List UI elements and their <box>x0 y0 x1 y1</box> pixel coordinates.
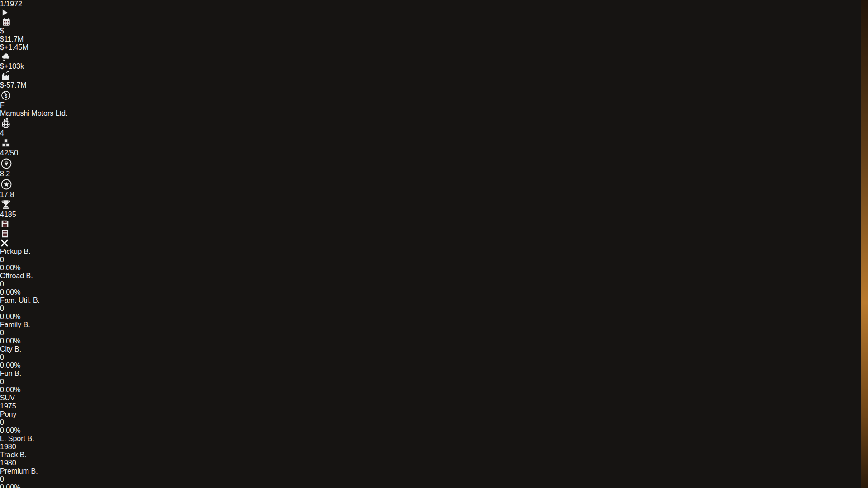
market-type-units: 0 <box>0 418 868 427</box>
market-type-label: Track B. <box>0 451 868 459</box>
market-type-cell[interactable]: Offroad B. 0 0.00% <box>0 272 868 296</box>
funds-dollar-icon: $ <box>0 27 868 35</box>
top-bar: 1/1972 $ $11.7M $+1.45M $+103k $-57.7M <box>0 0 868 248</box>
save-button[interactable] <box>0 219 18 229</box>
market-type-cell[interactable]: Pickup B. 0 0.00% <box>0 248 868 272</box>
reputation-star-icon <box>0 178 868 191</box>
market-type-grid: Pickup B. 0 0.00% Offroad B. 0 0.00% Fam… <box>0 248 868 488</box>
market-type-label: SUV <box>0 394 868 402</box>
prestige-value: 8.2 <box>0 170 868 178</box>
score-value: 4185 <box>0 211 868 219</box>
prestige-icon <box>0 157 868 170</box>
expenses-value: $-57.7M <box>0 81 868 89</box>
market-type-share: 0.00% <box>0 313 868 321</box>
market-type-cell[interactable]: Track B. 1980 <box>0 451 868 467</box>
branches-globe-icon <box>0 117 868 129</box>
close-icon <box>0 239 20 248</box>
market-type-cell[interactable]: SUV 1975 <box>0 394 868 410</box>
market-type-label: Premium B. <box>0 467 868 475</box>
document-icon <box>0 229 18 239</box>
market-type-label: City B. <box>0 345 868 353</box>
market-type-share: 0.00% <box>0 427 868 435</box>
market-type-label: Pony <box>0 410 868 418</box>
calendar-button[interactable] <box>1 17 868 27</box>
market-type-label: Pickup B. <box>0 248 868 256</box>
score-trophy-icon <box>0 199 868 211</box>
market-type-share: 0.00% <box>0 264 868 272</box>
market-type-units: 0 <box>0 305 868 313</box>
factory-expenses-icon <box>0 70 868 81</box>
market-type-units: 0 <box>0 256 868 264</box>
fuel-gauge-icon: $ <box>0 89 868 101</box>
market-type-units: 0 <box>0 475 868 483</box>
company-name: Mamushi Motors Ltd. <box>0 109 868 117</box>
market-type-units: 0 <box>0 378 868 386</box>
background-edge-right <box>861 0 868 488</box>
market-type-share: 0.00% <box>0 337 868 345</box>
reputation-value: 17.8 <box>0 191 868 199</box>
reports-doc-button[interactable] <box>0 229 18 239</box>
market-type-units: 1980 <box>0 443 868 451</box>
market-type-label: L. Sport B. <box>0 435 868 443</box>
market-type-label: Offroad B. <box>0 272 868 280</box>
branches-count: 4 <box>0 129 868 137</box>
market-type-label: Fun B. <box>0 370 868 378</box>
income-value: $+1.45M <box>0 43 868 52</box>
background-edge-bottom <box>0 485 868 488</box>
market-type-share: 0.00% <box>0 386 868 394</box>
market-type-label: Family B. <box>0 321 868 329</box>
production-cubes-icon <box>0 137 868 149</box>
market-type-cell[interactable]: Pony 0 0.00% <box>0 410 868 435</box>
market-type-units: 1975 <box>0 402 868 410</box>
play-button[interactable] <box>0 8 868 17</box>
market-type-share: 0.00% <box>0 361 868 370</box>
market-type-label: Fam. Util. B. <box>0 296 868 305</box>
save-icon <box>0 219 18 229</box>
market-type-units: 0 <box>0 280 868 288</box>
market-type-units: 0 <box>0 353 868 361</box>
market-type-cell[interactable]: Family B. 0 0.00% <box>0 321 868 345</box>
play-icon <box>0 8 868 17</box>
awareness-cloud-icon <box>0 52 868 62</box>
market-type-units: 0 <box>0 329 868 337</box>
market-type-cell[interactable]: L. Sport B. 1980 <box>0 435 868 451</box>
marketing-income-value: $+103k <box>0 62 868 70</box>
market-type-share: 0.00% <box>0 288 868 296</box>
calendar-icon <box>1 17 868 27</box>
market-type-cell[interactable]: Fam. Util. B. 0 0.00% <box>0 296 868 321</box>
game-date: 1/1972 <box>0 0 868 8</box>
market-type-cell[interactable]: City B. 0 0.00% <box>0 345 868 370</box>
market-type-cell[interactable]: Fun B. 0 0.00% <box>0 370 868 394</box>
fuel-type-value: F <box>0 101 868 109</box>
production-value: 42/50 <box>0 149 868 157</box>
funds-value: $11.7M <box>0 35 868 43</box>
market-type-units: 1980 <box>0 459 868 467</box>
close-button[interactable] <box>0 239 20 248</box>
